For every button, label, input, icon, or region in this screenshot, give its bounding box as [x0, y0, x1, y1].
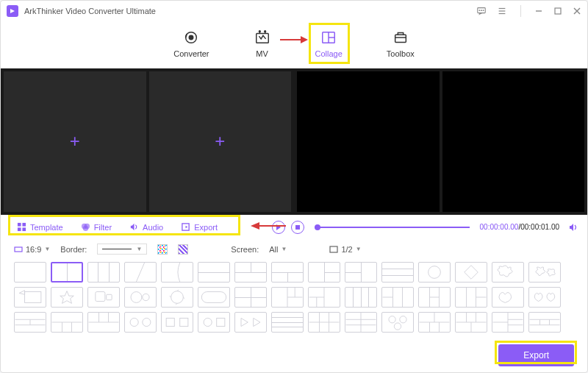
converter-icon: [182, 29, 200, 46]
template-item[interactable]: [234, 287, 267, 308]
tab-toolbox[interactable]: Toolbox: [387, 29, 415, 58]
annotation-arrow: [279, 35, 309, 45]
template-item[interactable]: [14, 287, 46, 308]
template-item[interactable]: [455, 312, 487, 333]
tool-audio[interactable]: Audio: [122, 219, 171, 235]
template-item[interactable]: [418, 262, 451, 283]
template-item[interactable]: [51, 287, 83, 308]
template-item[interactable]: [87, 312, 120, 333]
maximize-button[interactable]: [553, 7, 562, 15]
template-item[interactable]: [124, 312, 157, 333]
svg-point-86: [400, 316, 406, 323]
template-item[interactable]: [198, 312, 230, 333]
template-item[interactable]: [381, 312, 414, 333]
timecode: 00:00:00.00/00:00:01.00: [480, 223, 559, 231]
template-item[interactable]: [124, 287, 157, 308]
template-item[interactable]: [51, 262, 83, 283]
screen-dropdown[interactable]: All ▼: [269, 245, 287, 254]
chevron-down-icon: ▼: [356, 246, 362, 252]
template-item[interactable]: [345, 262, 377, 283]
template-item[interactable]: [234, 312, 267, 333]
screen-label: Screen:: [231, 245, 259, 254]
template-item[interactable]: [308, 287, 340, 308]
menu-icon[interactable]: [497, 6, 507, 16]
template-item[interactable]: [234, 262, 267, 283]
minimize-button[interactable]: [534, 7, 543, 15]
template-item[interactable]: [161, 262, 193, 283]
template-item[interactable]: [161, 312, 193, 333]
template-item[interactable]: [124, 262, 157, 283]
preview-panel: [294, 68, 587, 215]
template-item[interactable]: [198, 262, 230, 283]
border-pattern-button[interactable]: [178, 244, 188, 255]
template-item[interactable]: [418, 287, 451, 308]
template-item[interactable]: [308, 262, 340, 283]
chevron-down-icon: ▼: [136, 246, 142, 252]
template-item[interactable]: [528, 262, 561, 283]
svg-point-44: [143, 294, 149, 300]
close-button[interactable]: [573, 7, 581, 15]
template-item[interactable]: [308, 312, 340, 333]
template-item[interactable]: [87, 262, 120, 283]
collage-editor: + +: [1, 68, 294, 215]
border-style-dropdown[interactable]: ▼: [97, 244, 147, 255]
template-item[interactable]: [455, 262, 487, 283]
svg-point-3: [483, 10, 484, 11]
border-label: Border:: [60, 245, 87, 254]
template-item[interactable]: [492, 262, 524, 283]
template-item[interactable]: [14, 312, 46, 333]
tool-export[interactable]: Export: [173, 219, 225, 235]
stop-button[interactable]: [291, 221, 304, 234]
page-selector[interactable]: 1/2 ▼: [329, 245, 361, 254]
tab-converter[interactable]: Converter: [173, 29, 209, 58]
template-item[interactable]: [492, 287, 524, 308]
nav-tabs: Converter MV Collage Toolbox: [1, 21, 587, 68]
svg-rect-46: [201, 292, 226, 303]
template-item[interactable]: [381, 262, 414, 283]
svg-rect-27: [22, 227, 26, 231]
tool-tabs-row: Template Filter Audio Export 00:00:00.00…: [1, 215, 587, 239]
template-item[interactable]: [271, 312, 304, 333]
play-button[interactable]: [272, 221, 285, 234]
separator: [520, 5, 521, 17]
template-item[interactable]: [528, 287, 561, 308]
toolbox-icon: [392, 29, 409, 46]
template-item[interactable]: [345, 312, 377, 333]
template-item[interactable]: [161, 287, 193, 308]
template-item[interactable]: [271, 287, 304, 308]
add-icon: +: [215, 131, 225, 152]
template-item[interactable]: [271, 262, 304, 283]
template-item[interactable]: [528, 312, 561, 333]
svg-rect-73: [166, 318, 174, 326]
template-item[interactable]: [51, 312, 83, 333]
tool-label: Template: [30, 223, 63, 232]
tool-template[interactable]: Template: [10, 219, 71, 235]
aspect-dropdown[interactable]: 16:9 ▼: [14, 245, 50, 254]
template-item[interactable]: [87, 287, 120, 308]
template-item[interactable]: [198, 287, 230, 308]
template-item[interactable]: [345, 287, 377, 308]
svg-marker-40: [60, 291, 74, 304]
template-item[interactable]: [492, 312, 524, 333]
app-logo: [7, 5, 18, 17]
template-item[interactable]: [381, 287, 414, 308]
add-icon: +: [70, 131, 80, 152]
volume-icon[interactable]: [568, 222, 578, 232]
scrubber[interactable]: [315, 227, 470, 228]
border-color-button[interactable]: [157, 244, 168, 255]
collage-cell[interactable]: +: [149, 71, 292, 212]
template-item[interactable]: [14, 262, 46, 283]
tab-collage[interactable]: Collage: [315, 29, 343, 58]
template-item[interactable]: [455, 287, 487, 308]
svg-point-75: [204, 318, 212, 326]
tab-mv[interactable]: MV: [254, 29, 271, 58]
feedback-icon[interactable]: [476, 6, 487, 16]
collage-cell[interactable]: +: [4, 71, 146, 212]
export-button[interactable]: Export: [498, 344, 574, 366]
svg-point-2: [481, 10, 482, 11]
template-item[interactable]: [418, 312, 451, 333]
tool-filter[interactable]: Filter: [74, 219, 119, 235]
tab-label: Converter: [173, 49, 209, 58]
svg-point-43: [131, 292, 142, 303]
svg-point-71: [130, 318, 138, 326]
